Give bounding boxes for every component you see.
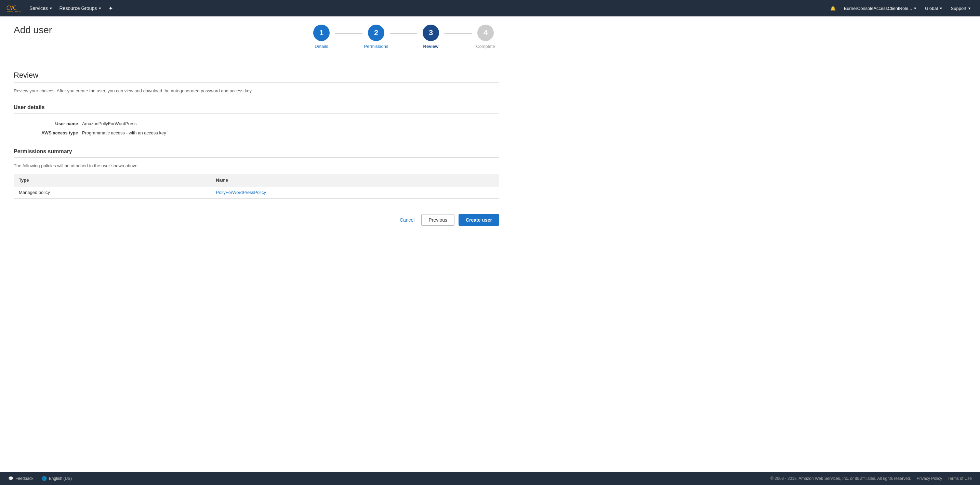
- svg-text:web services: web services: [15, 11, 21, 13]
- privacy-policy-link[interactable]: Privacy Policy: [917, 476, 942, 481]
- user-details-divider: [14, 113, 499, 114]
- step-2: 2 Permissions: [363, 25, 390, 49]
- permissions-divider: [14, 157, 499, 158]
- access-type-label: AWS access type: [14, 128, 82, 137]
- account-menu[interactable]: BurnerConsoleAccessClientRole... ▼: [840, 0, 920, 16]
- policy-name-cell: PollyForWordPressPolicy: [211, 186, 499, 199]
- user-name-value: AmazonPollyForWordPress: [82, 119, 499, 128]
- access-type-row: AWS access type Programmatic access - wi…: [14, 128, 499, 137]
- step-connector-1-2: [335, 33, 363, 33]
- resource-groups-chevron-icon: ▼: [98, 6, 102, 10]
- step-1-circle: 1: [313, 25, 329, 41]
- permissions-summary-title: Permissions summary: [14, 148, 499, 154]
- permissions-summary-section: Permissions summary The following polici…: [14, 143, 499, 199]
- footer: 💬 Feedback 🌐 English (US) © 2008 - 2018,…: [0, 472, 980, 485]
- aws-logo-container[interactable]: amazon web services: [5, 3, 21, 13]
- stepper-container: 1 Details 2 Permissions 3 Review: [308, 25, 499, 49]
- resource-groups-label: Resource Groups: [59, 5, 97, 11]
- pin-icon[interactable]: ✦: [105, 0, 116, 16]
- step-connector-2-3: [390, 33, 417, 33]
- navbar: amazon web services Services ▼ Resource …: [0, 0, 980, 16]
- terms-of-use-link[interactable]: Terms of Use: [948, 476, 972, 481]
- step-3: 3 Review: [417, 25, 444, 49]
- navbar-right: 🔔 BurnerConsoleAccessClientRole... ▼ Glo…: [827, 0, 975, 16]
- step-4-circle: 4: [477, 25, 494, 41]
- step-connector-3-4: [444, 33, 472, 33]
- resource-groups-nav-item[interactable]: Resource Groups ▼: [56, 0, 105, 16]
- column-header-type: Type: [14, 174, 211, 186]
- table-row: Managed policy PollyForWordPressPolicy: [14, 186, 499, 199]
- actions-bar: Cancel Previous Create user: [14, 207, 499, 226]
- footer-left: 💬 Feedback 🌐 English (US): [8, 476, 72, 481]
- globe-icon: 🌐: [42, 476, 47, 481]
- language-item[interactable]: 🌐 English (US): [42, 476, 72, 481]
- permissions-table: Type Name Managed policy PollyForWordPre…: [14, 174, 499, 199]
- step-1: 1 Details: [308, 25, 335, 49]
- user-name-label: User name: [14, 119, 82, 128]
- support-chevron-icon: ▼: [968, 6, 971, 10]
- notification-bell[interactable]: 🔔: [827, 0, 839, 16]
- support-menu[interactable]: Support ▼: [948, 0, 975, 16]
- account-label: BurnerConsoleAccessClientRole...: [844, 6, 912, 11]
- services-label: Services: [29, 5, 48, 11]
- review-description: Review your choices. After you create th…: [14, 88, 499, 93]
- user-details-title: User details: [14, 104, 499, 110]
- language-label: English (US): [49, 476, 72, 481]
- region-label: Global: [925, 6, 938, 11]
- review-section: Review Review your choices. After you cr…: [14, 71, 499, 99]
- feedback-label: Feedback: [15, 476, 33, 481]
- step-2-label: Permissions: [363, 44, 390, 49]
- step-4: 4 Complete: [472, 25, 499, 49]
- services-chevron-icon: ▼: [49, 6, 52, 10]
- step-3-label: Review: [417, 44, 444, 49]
- support-label: Support: [951, 6, 967, 11]
- user-name-row: User name AmazonPollyForWordPress: [14, 119, 499, 128]
- review-divider: [14, 83, 499, 83]
- feedback-item[interactable]: 💬 Feedback: [8, 476, 33, 481]
- cancel-button[interactable]: Cancel: [397, 215, 417, 225]
- create-user-button[interactable]: Create user: [458, 214, 499, 226]
- stepper: 1 Details 2 Permissions 3 Review: [308, 25, 499, 49]
- aws-logo-icon: amazon web services: [5, 3, 21, 13]
- account-chevron-icon: ▼: [913, 6, 917, 10]
- content-body: Review Review your choices. After you cr…: [14, 71, 499, 226]
- main-content: Add user 1 Details 2 Permissions 3: [0, 16, 513, 472]
- user-details-table: User name AmazonPollyForWordPress AWS ac…: [14, 119, 499, 137]
- access-type-value: Programmatic access - with an access key: [82, 128, 499, 137]
- copyright-text: © 2008 - 2018, Amazon Web Services, Inc.…: [770, 476, 911, 481]
- services-nav-item[interactable]: Services ▼: [26, 0, 56, 16]
- svg-text:amazon: amazon: [7, 11, 13, 13]
- page-title: Add user: [14, 25, 52, 36]
- user-details-section: User details User name AmazonPollyForWor…: [14, 99, 499, 143]
- review-title: Review: [14, 71, 499, 80]
- step-1-label: Details: [308, 44, 335, 49]
- previous-button[interactable]: Previous: [421, 214, 454, 226]
- step-2-circle: 2: [368, 25, 384, 41]
- footer-right: © 2008 - 2018, Amazon Web Services, Inc.…: [770, 476, 972, 481]
- region-menu[interactable]: Global ▼: [921, 0, 946, 16]
- column-header-name: Name: [211, 174, 499, 186]
- permissions-table-header-row: Type Name: [14, 174, 499, 186]
- policy-type-cell: Managed policy: [14, 186, 211, 199]
- region-chevron-icon: ▼: [939, 6, 943, 10]
- step-3-circle: 3: [423, 25, 439, 41]
- policy-name-link[interactable]: PollyForWordPressPolicy: [216, 190, 266, 195]
- permissions-description: The following policies will be attached …: [14, 163, 499, 168]
- feedback-chat-icon: 💬: [8, 476, 13, 481]
- bell-icon: 🔔: [830, 6, 836, 11]
- step-4-label: Complete: [472, 44, 499, 49]
